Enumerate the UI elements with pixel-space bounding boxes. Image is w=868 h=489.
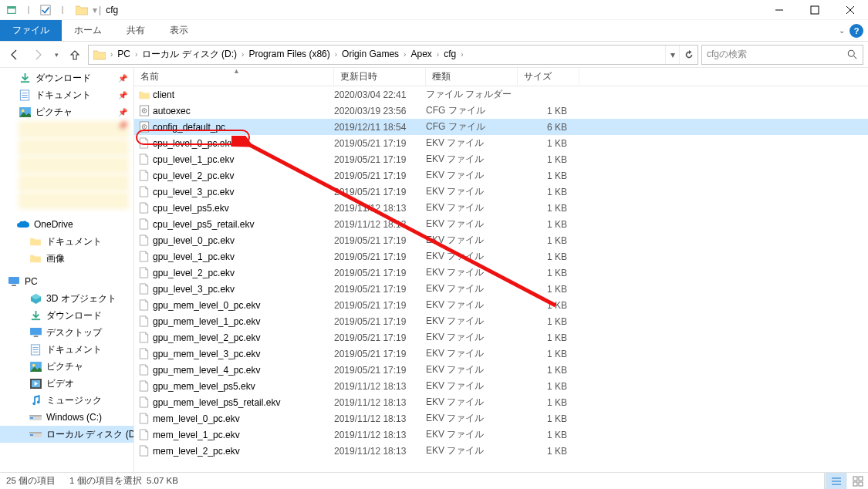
- crumb-arrow[interactable]: ›: [435, 50, 441, 59]
- search-box[interactable]: cfgの検索: [701, 45, 863, 65]
- sidebar-pc-item[interactable]: ローカル ディスク (D: [0, 426, 133, 443]
- svg-rect-4: [811, 6, 819, 14]
- pc-icon: [8, 275, 20, 288]
- qat-checkbox-icon[interactable]: [37, 2, 54, 19]
- file-pane: ▲ 名前 更新日時 種類 サイズ client2020/03/04 22:41フ…: [134, 68, 868, 472]
- refresh-button[interactable]: [679, 46, 697, 64]
- sidebar-quick-item[interactable]: ピクチャ📌: [0, 103, 133, 120]
- address-bar[interactable]: › PC›ローカル ディスク (D:)›Program Files (x86)›…: [88, 45, 698, 65]
- column-header-size[interactable]: サイズ: [518, 68, 579, 86]
- close-button[interactable]: [833, 0, 868, 20]
- qat-dropdown-icon[interactable]: ▾: [93, 5, 97, 15]
- column-header-type[interactable]: 種類: [426, 68, 518, 86]
- breadcrumb-item[interactable]: ローカル ディスク (D:): [139, 48, 240, 61]
- file-row[interactable]: mem_level_0_pc.ekv2019/11/12 18:13EKV ファ…: [134, 410, 868, 427]
- breadcrumb-item[interactable]: PC: [114, 49, 133, 59]
- file-row[interactable]: cpu_level_2_pc.ekv2019/05/21 17:19EKV ファ…: [134, 167, 868, 184]
- file-type: EKV ファイル: [426, 298, 518, 312]
- breadcrumb-item[interactable]: Origin Games: [339, 49, 402, 59]
- ribbon-tab-share[interactable]: 共有: [114, 20, 157, 41]
- crumb-arrow[interactable]: ›: [133, 50, 139, 59]
- file-type: EKV ファイル: [426, 250, 518, 263]
- file-row[interactable]: gpu_level_1_pc.ekv2019/05/21 17:19EKV ファ…: [134, 248, 868, 265]
- 3d-icon: [29, 292, 42, 305]
- maximize-button[interactable]: [797, 0, 833, 20]
- file-name: gpu_mem_level_ps5_retail.ekv: [151, 397, 334, 408]
- crumb-arrow[interactable]: ›: [402, 50, 407, 59]
- file-row[interactable]: config_default_pc2019/12/11 18:54CFG ファイ…: [134, 119, 868, 135]
- file-row[interactable]: cpu_level_0_pc.ekv2019/05/21 17:19EKV ファ…: [134, 135, 868, 151]
- file-name: config_default_pc: [151, 122, 334, 133]
- file-row[interactable]: gpu_level_2_pc.ekv2019/05/21 17:19EKV ファ…: [134, 265, 868, 281]
- sidebar-pc-item[interactable]: ダウンロード: [0, 307, 133, 324]
- nav-up-button[interactable]: [65, 45, 85, 65]
- breadcrumb-item[interactable]: Apex: [407, 49, 434, 59]
- crumb-arrow[interactable]: ›: [109, 50, 114, 59]
- sidebar-quick-item[interactable]: ダウンロード📌: [0, 69, 133, 86]
- file-row[interactable]: cpu_level_1_pc.ekv2019/05/21 17:19EKV ファ…: [134, 151, 868, 167]
- file-size: 1 KB: [518, 397, 573, 408]
- sidebar-pc-item[interactable]: デスクトップ: [0, 324, 133, 341]
- crumb-arrow[interactable]: ›: [240, 50, 245, 59]
- help-button[interactable]: ?: [849, 24, 863, 38]
- file-name: gpu_mem_level_1_pc.ekv: [151, 316, 334, 327]
- file-type: EKV ファイル: [426, 331, 518, 344]
- breadcrumb-item[interactable]: Program Files (x86): [245, 49, 333, 59]
- file-row[interactable]: gpu_mem_level_ps5.ekv2019/11/12 18:13EKV…: [134, 378, 868, 394]
- sidebar-pc[interactable]: PC: [0, 273, 133, 290]
- file-row[interactable]: mem_level_2_pc.ekv2019/11/12 18:13EKV ファ…: [134, 443, 868, 459]
- sidebar-quick-item[interactable]: ドキュメント📌: [0, 86, 133, 103]
- file-list[interactable]: client2020/03/04 22:41ファイル フォルダーautoexec…: [134, 86, 868, 472]
- ribbon-tab-home[interactable]: ホーム: [62, 20, 114, 41]
- view-icons-button[interactable]: [846, 473, 868, 489]
- file-row[interactable]: cpu_level_ps5.ekv2019/11/12 18:13EKV ファイ…: [134, 200, 868, 216]
- file-size: 1 KB: [518, 170, 573, 181]
- file-row[interactable]: gpu_mem_level_4_pc.ekv2019/05/21 17:19EK…: [134, 362, 868, 378]
- file-row[interactable]: gpu_mem_level_0_pc.ekv2019/05/21 17:19EK…: [134, 297, 868, 313]
- file-row[interactable]: gpu_mem_level_1_pc.ekv2019/05/21 17:19EK…: [134, 313, 868, 329]
- address-dropdown-icon[interactable]: ▾: [665, 46, 679, 64]
- folder-icon: [134, 90, 151, 99]
- file-row[interactable]: cpu_level_3_pc.ekv2019/05/21 17:19EKV ファ…: [134, 184, 868, 200]
- file-row[interactable]: autoexec2020/03/19 23:56CFG ファイル1 KB: [134, 103, 868, 119]
- sidebar-onedrive-images[interactable]: 画像: [0, 250, 133, 267]
- titlebar: | | ▾ | cfg: [0, 0, 868, 20]
- sidebar-pc-item[interactable]: ピクチャ: [0, 358, 133, 375]
- titlebar-folder-icon: [74, 3, 90, 17]
- sidebar-onedrive[interactable]: OneDrive: [0, 216, 133, 233]
- qat-properties-icon[interactable]: [3, 2, 20, 19]
- navigation-pane[interactable]: ダウンロード📌ドキュメント📌ピクチャ📌 📌 OneDrive ドキュメント 画像…: [0, 68, 134, 472]
- file-row[interactable]: gpu_level_3_pc.ekv2019/05/21 17:19EKV ファ…: [134, 281, 868, 297]
- ribbon-expand-icon[interactable]: ⌄: [839, 26, 845, 35]
- sidebar-onedrive-docs[interactable]: ドキュメント: [0, 233, 133, 250]
- nav-history-dropdown[interactable]: ▾: [51, 45, 62, 65]
- file-row[interactable]: client2020/03/04 22:41ファイル フォルダー: [134, 86, 868, 103]
- file-type: EKV ファイル: [426, 444, 518, 457]
- file-row[interactable]: cpu_level_ps5_retail.ekv2019/11/12 18:13…: [134, 216, 868, 232]
- file-row[interactable]: gpu_mem_level_ps5_retail.ekv2019/11/12 1…: [134, 394, 868, 410]
- ribbon-file-tab[interactable]: ファイル: [0, 20, 62, 41]
- minimize-button[interactable]: [762, 0, 797, 20]
- view-details-button[interactable]: [825, 473, 846, 489]
- picture-icon: [29, 360, 42, 373]
- nav-back-button[interactable]: [5, 45, 25, 65]
- file-row[interactable]: mem_level_1_pc.ekv2019/11/12 18:13EKV ファ…: [134, 427, 868, 443]
- ribbon-tab-view[interactable]: 表示: [157, 20, 201, 41]
- sidebar-pc-item[interactable]: ビデオ: [0, 375, 133, 392]
- file-row[interactable]: gpu_mem_level_3_pc.ekv2019/05/21 17:19EK…: [134, 346, 868, 362]
- sidebar-pc-item[interactable]: 3D オブジェクト: [0, 290, 133, 307]
- crumb-arrow[interactable]: ›: [459, 50, 464, 59]
- file-type: EKV ファイル: [426, 218, 518, 231]
- file-type: EKV ファイル: [426, 347, 518, 360]
- file-size: 1 KB: [518, 138, 573, 149]
- nav-forward-button[interactable]: [28, 45, 48, 65]
- crumb-arrow[interactable]: ›: [333, 50, 339, 59]
- breadcrumb-item[interactable]: cfg: [441, 49, 459, 59]
- file-row[interactable]: gpu_mem_level_2_pc.ekv2019/05/21 17:19EK…: [134, 329, 868, 346]
- sidebar-pc-item[interactable]: Windows (C:): [0, 409, 133, 426]
- file-row[interactable]: gpu_level_0_pc.ekv2019/05/21 17:19EKV ファ…: [134, 232, 868, 248]
- sidebar-redacted-item: [19, 157, 129, 174]
- column-header-date[interactable]: 更新日時: [334, 68, 426, 86]
- sidebar-pc-item[interactable]: ドキュメント: [0, 341, 133, 358]
- sidebar-pc-item[interactable]: ミュージック: [0, 392, 133, 409]
